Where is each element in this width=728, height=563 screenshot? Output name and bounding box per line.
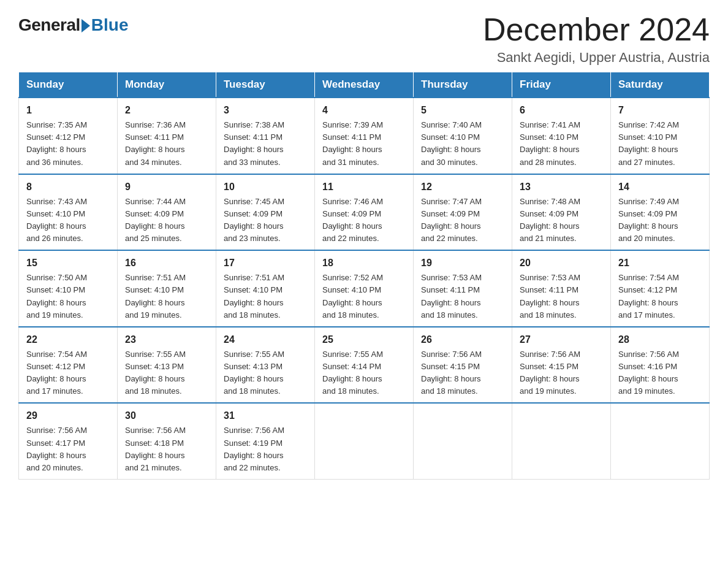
calendar-week-row: 1Sunrise: 7:35 AMSunset: 4:12 PMDaylight… <box>19 98 710 174</box>
calendar-cell: 14Sunrise: 7:49 AMSunset: 4:09 PMDayligh… <box>611 174 710 251</box>
day-number: 13 <box>520 180 603 194</box>
calendar-body: 1Sunrise: 7:35 AMSunset: 4:12 PMDaylight… <box>19 98 710 479</box>
day-number: 27 <box>520 332 603 347</box>
calendar-cell <box>611 403 710 479</box>
calendar-cell: 4Sunrise: 7:39 AMSunset: 4:11 PMDaylight… <box>315 98 414 174</box>
day-info: Sunrise: 7:36 AMSunset: 4:11 PMDaylight:… <box>125 119 208 169</box>
day-info: Sunrise: 7:55 AMSunset: 4:13 PMDaylight:… <box>224 348 307 398</box>
day-number: 4 <box>322 103 406 118</box>
calendar-cell: 16Sunrise: 7:51 AMSunset: 4:10 PMDayligh… <box>118 250 216 327</box>
calendar-cell: 31Sunrise: 7:56 AMSunset: 4:19 PMDayligh… <box>216 403 315 479</box>
day-info: Sunrise: 7:41 AMSunset: 4:10 PMDaylight:… <box>520 119 603 169</box>
day-info: Sunrise: 7:56 AMSunset: 4:18 PMDaylight:… <box>125 424 208 474</box>
day-info: Sunrise: 7:51 AMSunset: 4:10 PMDaylight:… <box>224 272 307 321</box>
day-info: Sunrise: 7:45 AMSunset: 4:09 PMDaylight:… <box>224 196 307 245</box>
calendar-table: Sunday Monday Tuesday Wednesday Thursday… <box>18 72 710 480</box>
day-info: Sunrise: 7:54 AMSunset: 4:12 PMDaylight:… <box>618 272 702 321</box>
day-number: 22 <box>26 332 110 347</box>
calendar-cell: 26Sunrise: 7:56 AMSunset: 4:15 PMDayligh… <box>414 327 512 404</box>
day-info: Sunrise: 7:42 AMSunset: 4:10 PMDaylight:… <box>618 119 702 169</box>
day-info: Sunrise: 7:48 AMSunset: 4:09 PMDaylight:… <box>520 196 603 245</box>
day-number: 26 <box>421 332 504 347</box>
day-info: Sunrise: 7:56 AMSunset: 4:17 PMDaylight:… <box>26 424 110 474</box>
logo-blue-text: Blue <box>91 15 129 35</box>
logo: General Blue <box>18 12 128 35</box>
calendar-cell: 10Sunrise: 7:45 AMSunset: 4:09 PMDayligh… <box>216 174 315 251</box>
calendar-week-row: 29Sunrise: 7:56 AMSunset: 4:17 PMDayligh… <box>19 403 710 479</box>
calendar-cell: 27Sunrise: 7:56 AMSunset: 4:15 PMDayligh… <box>512 327 611 404</box>
logo-arrow-icon <box>82 19 90 33</box>
calendar-header: Sunday Monday Tuesday Wednesday Thursday… <box>19 72 710 98</box>
days-of-week-row: Sunday Monday Tuesday Wednesday Thursday… <box>19 72 710 98</box>
calendar-cell: 30Sunrise: 7:56 AMSunset: 4:18 PMDayligh… <box>118 403 216 479</box>
day-info: Sunrise: 7:53 AMSunset: 4:11 PMDaylight:… <box>520 272 603 321</box>
day-number: 29 <box>26 408 110 423</box>
day-info: Sunrise: 7:50 AMSunset: 4:10 PMDaylight:… <box>26 272 110 321</box>
col-wednesday: Wednesday <box>315 72 414 98</box>
day-info: Sunrise: 7:56 AMSunset: 4:19 PMDaylight:… <box>224 424 307 474</box>
page-header: General Blue December 2024 Sankt Aegidi,… <box>18 12 710 66</box>
calendar-cell: 28Sunrise: 7:56 AMSunset: 4:16 PMDayligh… <box>611 327 710 404</box>
calendar-cell: 1Sunrise: 7:35 AMSunset: 4:12 PMDaylight… <box>19 98 118 174</box>
calendar-cell: 29Sunrise: 7:56 AMSunset: 4:17 PMDayligh… <box>19 403 118 479</box>
calendar-cell: 2Sunrise: 7:36 AMSunset: 4:11 PMDaylight… <box>118 98 216 174</box>
calendar-cell: 25Sunrise: 7:55 AMSunset: 4:14 PMDayligh… <box>315 327 414 404</box>
day-info: Sunrise: 7:56 AMSunset: 4:16 PMDaylight:… <box>618 348 702 398</box>
calendar-cell: 18Sunrise: 7:52 AMSunset: 4:10 PMDayligh… <box>315 250 414 327</box>
calendar-cell: 3Sunrise: 7:38 AMSunset: 4:11 PMDaylight… <box>216 98 315 174</box>
day-number: 2 <box>125 103 208 118</box>
day-number: 18 <box>322 256 406 270</box>
calendar-cell: 22Sunrise: 7:54 AMSunset: 4:12 PMDayligh… <box>19 327 118 404</box>
calendar-cell: 11Sunrise: 7:46 AMSunset: 4:09 PMDayligh… <box>315 174 414 251</box>
day-info: Sunrise: 7:49 AMSunset: 4:09 PMDaylight:… <box>618 196 702 245</box>
col-thursday: Thursday <box>414 72 512 98</box>
day-number: 15 <box>26 256 110 270</box>
day-number: 23 <box>125 332 208 347</box>
day-info: Sunrise: 7:40 AMSunset: 4:10 PMDaylight:… <box>421 119 504 169</box>
col-tuesday: Tuesday <box>216 72 315 98</box>
day-info: Sunrise: 7:55 AMSunset: 4:14 PMDaylight:… <box>322 348 406 398</box>
day-number: 30 <box>125 408 208 423</box>
day-info: Sunrise: 7:54 AMSunset: 4:12 PMDaylight:… <box>26 348 110 398</box>
day-info: Sunrise: 7:53 AMSunset: 4:11 PMDaylight:… <box>421 272 504 321</box>
calendar-cell: 17Sunrise: 7:51 AMSunset: 4:10 PMDayligh… <box>216 250 315 327</box>
calendar-cell: 15Sunrise: 7:50 AMSunset: 4:10 PMDayligh… <box>19 250 118 327</box>
day-number: 11 <box>322 180 406 194</box>
col-sunday: Sunday <box>19 72 118 98</box>
calendar-cell: 23Sunrise: 7:55 AMSunset: 4:13 PMDayligh… <box>118 327 216 404</box>
col-monday: Monday <box>118 72 216 98</box>
calendar-week-row: 15Sunrise: 7:50 AMSunset: 4:10 PMDayligh… <box>19 250 710 327</box>
day-number: 7 <box>618 103 702 118</box>
day-info: Sunrise: 7:35 AMSunset: 4:12 PMDaylight:… <box>26 119 110 169</box>
calendar-cell: 21Sunrise: 7:54 AMSunset: 4:12 PMDayligh… <box>611 250 710 327</box>
calendar-cell: 24Sunrise: 7:55 AMSunset: 4:13 PMDayligh… <box>216 327 315 404</box>
day-number: 8 <box>26 180 110 194</box>
day-number: 10 <box>224 180 307 194</box>
day-info: Sunrise: 7:44 AMSunset: 4:09 PMDaylight:… <box>125 196 208 245</box>
day-info: Sunrise: 7:38 AMSunset: 4:11 PMDaylight:… <box>224 119 307 169</box>
logo-general-text: General <box>18 15 80 35</box>
day-info: Sunrise: 7:46 AMSunset: 4:09 PMDaylight:… <box>322 196 406 245</box>
day-number: 12 <box>421 180 504 194</box>
calendar-cell: 19Sunrise: 7:53 AMSunset: 4:11 PMDayligh… <box>414 250 512 327</box>
day-info: Sunrise: 7:47 AMSunset: 4:09 PMDaylight:… <box>421 196 504 245</box>
day-info: Sunrise: 7:51 AMSunset: 4:10 PMDaylight:… <box>125 272 208 321</box>
day-number: 17 <box>224 256 307 270</box>
title-block: December 2024 Sankt Aegidi, Upper Austri… <box>483 12 710 66</box>
day-number: 5 <box>421 103 504 118</box>
calendar-week-row: 22Sunrise: 7:54 AMSunset: 4:12 PMDayligh… <box>19 327 710 404</box>
col-saturday: Saturday <box>611 72 710 98</box>
location-subtitle: Sankt Aegidi, Upper Austria, Austria <box>483 50 710 66</box>
day-info: Sunrise: 7:39 AMSunset: 4:11 PMDaylight:… <box>322 119 406 169</box>
day-number: 14 <box>618 180 702 194</box>
calendar-week-row: 8Sunrise: 7:43 AMSunset: 4:10 PMDaylight… <box>19 174 710 251</box>
calendar-cell: 20Sunrise: 7:53 AMSunset: 4:11 PMDayligh… <box>512 250 611 327</box>
calendar-cell <box>512 403 611 479</box>
calendar-cell: 13Sunrise: 7:48 AMSunset: 4:09 PMDayligh… <box>512 174 611 251</box>
day-number: 16 <box>125 256 208 270</box>
calendar-cell: 6Sunrise: 7:41 AMSunset: 4:10 PMDaylight… <box>512 98 611 174</box>
col-friday: Friday <box>512 72 611 98</box>
day-number: 1 <box>26 103 110 118</box>
day-number: 9 <box>125 180 208 194</box>
day-info: Sunrise: 7:56 AMSunset: 4:15 PMDaylight:… <box>421 348 504 398</box>
